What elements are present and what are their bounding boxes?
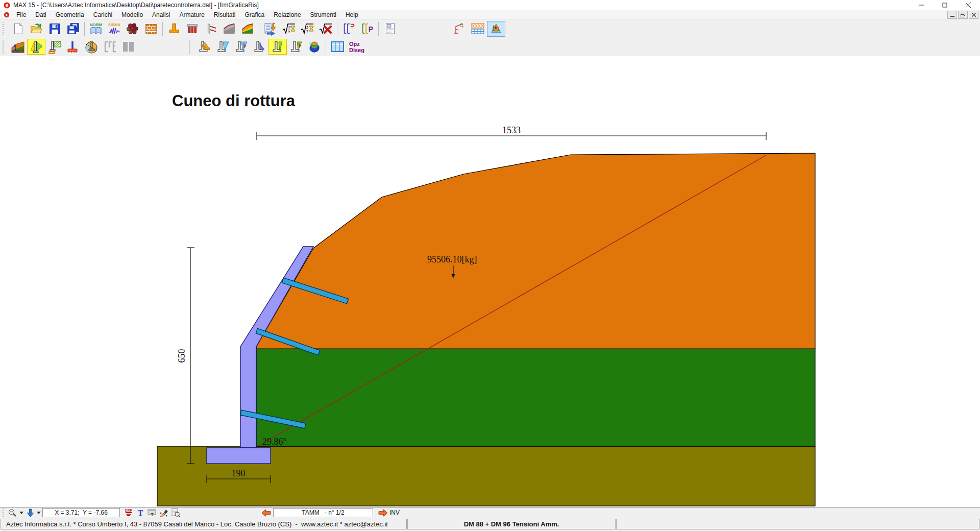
soil-materials-button[interactable] — [124, 21, 142, 37]
tieback-wall-button[interactable] — [202, 21, 220, 37]
menu-modello[interactable]: Modello — [117, 11, 148, 19]
diagram-page-indicator: TAMM - n° 1/2 — [273, 508, 373, 517]
analysis-27-button[interactable]: 27 — [298, 21, 316, 37]
menu-help[interactable]: Help — [341, 11, 363, 19]
close-button[interactable] — [957, 0, 980, 10]
svg-text:2: 2 — [306, 26, 308, 29]
maximize-button[interactable] — [933, 0, 957, 10]
toolbar-separator — [259, 22, 259, 36]
menu-strumenti[interactable]: Strumenti — [306, 11, 341, 19]
pressure-diagram-view-button[interactable] — [27, 39, 45, 55]
print-preview-button[interactable] — [170, 508, 181, 517]
wall-section-button[interactable] — [165, 21, 183, 37]
menu-risultati[interactable]: Risultati — [209, 11, 240, 19]
graphics-results-button[interactable] — [487, 21, 505, 37]
statusbar-separator — [185, 508, 185, 517]
menu-file[interactable]: File — [12, 11, 31, 19]
menu-relazione[interactable]: Relazione — [269, 11, 305, 19]
wall-soil-view-button[interactable] — [9, 39, 27, 55]
sections-bracket-button[interactable] — [339, 21, 358, 37]
next-diagram-button[interactable] — [377, 508, 388, 517]
brick-wall-button[interactable] — [142, 21, 160, 37]
norm-button[interactable]: NORM — [87, 21, 105, 37]
toolbar-grip[interactable] — [3, 22, 7, 35]
company-info: Aztec Informatica s.r.l. * Corso Umberto… — [1, 519, 407, 529]
inv-label: INV — [389, 508, 405, 517]
slope-gray-button[interactable] — [220, 21, 238, 37]
pan-button[interactable] — [24, 508, 36, 517]
opz-diseg-button[interactable]: Opz Diseg — [347, 39, 369, 55]
toolbar-separator — [378, 22, 379, 36]
pressure-green-arrow-button[interactable] — [287, 39, 305, 55]
drawing-canvas[interactable]: Cuneo di rottura 1533 650 — [0, 56, 980, 507]
hatch-view-button[interactable] — [45, 39, 64, 55]
menu-grafica[interactable]: Grafica — [240, 11, 270, 19]
disabled-view-b-button[interactable] — [119, 39, 137, 55]
slip-circle-view-icon — [84, 40, 99, 54]
toolbar-grip[interactable] — [3, 40, 7, 54]
weight-label: 95506.10[kg] — [427, 254, 477, 264]
slip-circle-view-button[interactable] — [82, 39, 101, 55]
redraw-brush-button[interactable] — [158, 508, 169, 517]
pan-dropdown-button[interactable] — [36, 508, 42, 517]
zoom-dropdown-button[interactable] — [18, 508, 24, 517]
text-box-button[interactable]: T — [146, 508, 158, 517]
base-reaction-view-button[interactable] — [64, 39, 82, 55]
toolbar-separator — [337, 22, 337, 36]
deformed-blob-button[interactable] — [305, 39, 324, 55]
shear-arrow-diagram-button[interactable] — [232, 39, 250, 55]
maximize-icon — [942, 3, 947, 8]
pressure-green-diagram-button[interactable] — [268, 39, 287, 55]
open-file-button[interactable] — [27, 21, 45, 37]
base-reaction-view-icon — [65, 40, 81, 54]
load-combinations-button[interactable]: ++ — [261, 21, 280, 37]
mdi-minimize-button[interactable] — [947, 11, 957, 19]
drawing-title: Cuneo di rottura — [172, 92, 296, 110]
preview-icon — [171, 508, 180, 517]
sections-p-button[interactable]: P — [358, 21, 376, 37]
section-sketch-button[interactable] — [450, 21, 469, 37]
mesh-grid-button[interactable] — [469, 21, 487, 37]
menu-geometria[interactable]: Geometria — [51, 11, 89, 19]
dxf-icon: DXF — [124, 508, 134, 517]
previous-diagram-button[interactable] — [260, 508, 272, 517]
menu-carichi[interactable]: Carichi — [89, 11, 117, 19]
dxf-export-button[interactable]: DXF — [122, 508, 135, 517]
save-button[interactable] — [45, 21, 64, 37]
menu-dati[interactable]: Dati — [31, 11, 51, 19]
displacement-diagram-button[interactable] — [250, 39, 268, 55]
norm-book-icon: NORM — [89, 22, 103, 36]
toolbar-main: NORM SISMA ++ OPZ 27 P — [0, 19, 980, 38]
analysis-opz-button[interactable]: OPZ — [280, 21, 298, 37]
menu-analisi[interactable]: Analisi — [148, 11, 175, 19]
analysis-stop-button[interactable] — [316, 21, 335, 37]
moment-diagram-button[interactable] — [195, 39, 213, 55]
svg-text:T: T — [151, 512, 154, 517]
paintbrush-icon — [159, 509, 168, 517]
report-button[interactable] — [381, 21, 399, 37]
result-table-button[interactable] — [328, 39, 347, 55]
mdi-restore-button[interactable] — [958, 11, 968, 19]
toolbar-grip[interactable] — [189, 40, 193, 54]
new-document-button[interactable] — [9, 21, 27, 37]
zoom-out-button[interactable] — [6, 508, 18, 517]
pressure-green-diagram-icon — [270, 40, 285, 54]
shear-diagram-button[interactable] — [213, 39, 232, 55]
mdi-close-button[interactable] — [969, 11, 978, 19]
slope-layers-button[interactable] — [238, 21, 257, 37]
svg-text:NORM: NORM — [90, 22, 103, 27]
moment-diagram-icon — [197, 40, 212, 54]
text-tool-button[interactable]: T — [135, 508, 145, 517]
drawing-area: Cuneo di rottura 1533 650 — [0, 56, 980, 507]
sisma-button[interactable]: SISMA — [105, 21, 124, 37]
disabled-view-a-button[interactable] — [101, 39, 119, 55]
piles-button[interactable] — [183, 21, 202, 37]
mdi-close-icon — [972, 13, 976, 17]
chevron-down-icon — [19, 512, 23, 514]
window-title: MAX 15 - [C:\Users\Aztec Informatica\Des… — [13, 2, 259, 9]
analysis-opz-icon: OPZ — [282, 22, 296, 36]
save-all-button[interactable] — [64, 21, 82, 37]
menu-armature[interactable]: Armature — [175, 11, 209, 19]
displacement-diagram-icon — [252, 40, 267, 54]
minimize-button[interactable] — [910, 0, 933, 10]
